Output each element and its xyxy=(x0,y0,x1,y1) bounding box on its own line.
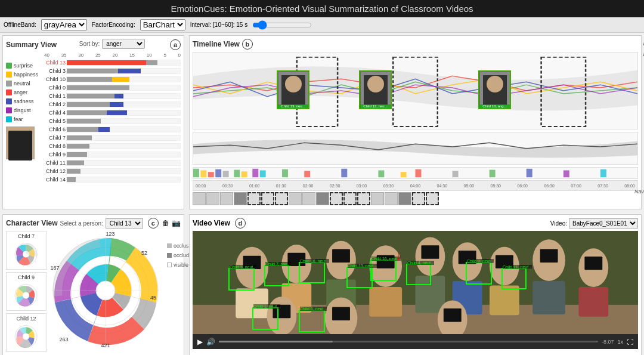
child2-label: Child 2 xyxy=(43,101,66,107)
time-02:30: 02:30 xyxy=(330,184,340,188)
video-controls: ▶ 🔊 -8:07 1x ⛶ xyxy=(193,334,638,349)
child6-bar[interactable] xyxy=(66,126,181,132)
thumb-cell-dashed-2 xyxy=(261,192,274,205)
bar-row-child13[interactable]: Child 13 xyxy=(43,58,181,67)
bar-row-child11[interactable]: Child 11 xyxy=(43,159,181,167)
face-box-child18: Child 18, neut... xyxy=(299,262,325,283)
fear-color xyxy=(6,116,12,122)
child7-bar[interactable] xyxy=(66,135,181,141)
time-06:30: 06:30 xyxy=(544,184,555,188)
thumb-cell-1 xyxy=(193,192,206,205)
interval-slider[interactable] xyxy=(252,20,312,30)
child7-mini-wheel xyxy=(8,240,44,267)
svg-point-35 xyxy=(23,292,29,298)
child7-face-label: Child 7, sad... xyxy=(265,262,291,266)
fear-label: fear xyxy=(14,116,23,122)
char-title: Character View xyxy=(6,219,58,227)
bar-row-child6[interactable]: Child 6 xyxy=(43,125,181,134)
child4-label: Child 4 xyxy=(43,110,66,116)
child14-bar[interactable] xyxy=(66,177,181,183)
fullscreen-button[interactable]: ⛶ xyxy=(627,338,633,345)
child0-bar[interactable] xyxy=(66,85,181,91)
neutral-color xyxy=(6,81,12,87)
thumb-cell-9 xyxy=(385,192,398,205)
bar-row-child12[interactable]: Child 12 xyxy=(43,167,181,175)
bar-row-child0[interactable]: Child 0 xyxy=(43,84,181,92)
person-select[interactable]: Child 13 xyxy=(106,218,143,229)
svg-point-11 xyxy=(487,76,503,92)
play-button[interactable]: ▶ xyxy=(197,338,203,346)
bar-row-child1[interactable]: Child 1 xyxy=(43,92,181,100)
svg-rect-76 xyxy=(332,249,350,262)
delete-icon[interactable]: 🗑 xyxy=(162,219,169,227)
offline-band-select[interactable]: grayArea xyxy=(41,19,87,30)
svg-rect-20 xyxy=(260,171,266,178)
svg-rect-19 xyxy=(252,169,258,177)
bar-row-child10[interactable]: Child 10 xyxy=(43,75,181,84)
influencing-bar-area: Influencing Factor Bar Chart xyxy=(193,167,638,179)
time-01:00: 01:00 xyxy=(249,184,260,188)
child7-card-label: Child 7 xyxy=(18,233,35,239)
child2-bar[interactable] xyxy=(66,101,181,107)
playback-speed[interactable]: 1x xyxy=(617,339,623,345)
child0-label: Child 0 xyxy=(43,85,66,91)
volume-icon[interactable]: 🔊 xyxy=(206,338,215,346)
child12-bar[interactable] xyxy=(66,168,181,174)
bar-row-child7[interactable]: Child 7 xyxy=(43,134,181,142)
face-box-child1: Child 1, neut... xyxy=(252,307,278,330)
child9-bar[interactable] xyxy=(66,152,181,158)
child9-label: Child 9 xyxy=(43,152,66,158)
child-card-12[interactable]: Child 12 xyxy=(6,313,47,352)
disgust-color xyxy=(6,107,12,113)
time-03:30: 03:30 xyxy=(383,184,394,188)
child11-face-label: Child 11, neut... xyxy=(503,265,532,269)
sadness-label: sadness xyxy=(14,98,34,104)
bar-row-child9[interactable]: Child 9 xyxy=(43,150,181,159)
factor-encoding-select[interactable]: BarChart xyxy=(140,19,185,30)
time-01:30: 01:30 xyxy=(276,184,287,188)
time-03:00: 03:00 xyxy=(357,184,367,188)
app-title: EmotionCues: Emotion-Oriented Visual Sum… xyxy=(0,0,644,17)
child3-bar[interactable] xyxy=(66,68,181,74)
child13-bar[interactable] xyxy=(66,60,181,66)
bar-row-child8[interactable]: Child 8 xyxy=(43,142,181,150)
thumb-cell-10 xyxy=(398,192,411,205)
timeline-title: Timeline View xyxy=(193,40,240,48)
visible-square xyxy=(167,263,172,267)
child5-bar[interactable] xyxy=(66,118,181,124)
video-select[interactable]: BabyFace0_S01E01 xyxy=(569,218,638,229)
time-05:30: 05:30 xyxy=(490,184,501,188)
thumb-cell-6 xyxy=(302,192,315,205)
bar-row-child14[interactable]: Child 14 xyxy=(43,175,181,184)
child11-bar[interactable] xyxy=(66,160,181,166)
svg-rect-57 xyxy=(369,287,402,317)
sort-select[interactable]: anger surprise happiness xyxy=(102,39,145,49)
bar-row-child3[interactable]: Child 3 xyxy=(43,67,181,75)
child4-bar[interactable] xyxy=(66,110,181,116)
thumb-cell-dashed-3 xyxy=(275,192,288,205)
char-header: Character View Select a person: Child 13… xyxy=(6,218,181,229)
nav-timeline-label: Navigation Timeline xyxy=(634,185,644,196)
svg-rect-30 xyxy=(564,171,569,178)
svg-rect-24 xyxy=(378,171,384,178)
child8-bar[interactable] xyxy=(66,143,181,149)
svg-rect-12 xyxy=(193,169,199,177)
bar-row-child5[interactable]: Child 5 xyxy=(43,117,181,125)
neutral-label: neutral xyxy=(14,81,30,87)
thumb-cell-dashed-6 xyxy=(357,192,370,205)
child10-bar[interactable] xyxy=(66,76,181,82)
progress-bar[interactable] xyxy=(219,341,598,342)
bar-row-child4[interactable]: Child 4 xyxy=(43,109,181,117)
child1-bar[interactable] xyxy=(66,93,181,99)
camera-icon[interactable]: 📷 xyxy=(172,219,181,227)
child-card-9[interactable]: Child 9 xyxy=(6,272,47,311)
thumb-cell-7 xyxy=(316,192,329,205)
nav-timeline[interactable]: 00:00 00:30 01:00 01:30 02:00 02:30 03:0… xyxy=(193,180,638,191)
child13-face-label2: Child 13, neut... xyxy=(348,264,377,268)
bar-row-child2[interactable]: Child 2 xyxy=(43,100,181,109)
svg-rect-14 xyxy=(208,172,214,177)
time-04:00: 04:00 xyxy=(410,184,421,188)
top-row: Summary View Sort by: anger surprise hap… xyxy=(0,33,644,212)
video-container: Child 5, neut... Child 7, sad... Child 1… xyxy=(193,231,638,349)
child-card-7[interactable]: Child 7 xyxy=(6,231,47,270)
